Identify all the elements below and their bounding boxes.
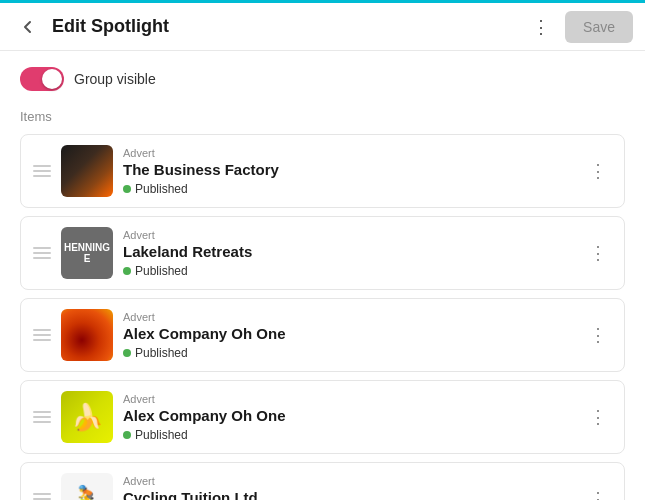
drag-line <box>33 247 51 249</box>
more-options-button[interactable]: ⋮ <box>525 11 557 43</box>
item-image: 🚴 <box>61 473 113 500</box>
status-label: Published <box>135 346 188 360</box>
save-button[interactable]: Save <box>565 11 633 43</box>
item-more-button[interactable]: ⋮ <box>584 321 612 349</box>
drag-line <box>33 257 51 259</box>
list-item: 🚴 Advert Cycling Tuition Ltd Published ⋮ <box>20 462 625 500</box>
item-name: Alex Company Oh One <box>123 325 574 342</box>
item-type: Advert <box>123 311 574 323</box>
app-container: Edit Spotlight ⋮ Save Group visible Item… <box>0 0 645 500</box>
list-item: HENNINGE Advert Lakeland Retreats Publis… <box>20 216 625 290</box>
top-bar: Edit Spotlight ⋮ Save <box>0 3 645 51</box>
drag-line <box>33 334 51 336</box>
item-info: Advert Alex Company Oh One Published <box>123 311 574 360</box>
item-image <box>61 309 113 361</box>
item-image <box>61 145 113 197</box>
item-info: Advert The Business Factory Published <box>123 147 574 196</box>
item-type: Advert <box>123 147 574 159</box>
status-label: Published <box>135 264 188 278</box>
item-type: Advert <box>123 393 574 405</box>
toggle-knob <box>42 69 62 89</box>
drag-line <box>33 329 51 331</box>
status-label: Published <box>135 182 188 196</box>
item-info: Advert Cycling Tuition Ltd Published <box>123 475 574 501</box>
drag-handle[interactable] <box>33 329 51 341</box>
status-dot <box>123 185 131 193</box>
item-more-button[interactable]: ⋮ <box>584 485 612 500</box>
page-title: Edit Spotlight <box>52 16 525 37</box>
drag-line <box>33 411 51 413</box>
item-info: Advert Lakeland Retreats Published <box>123 229 574 278</box>
item-more-button[interactable]: ⋮ <box>584 157 612 185</box>
item-name: The Business Factory <box>123 161 574 178</box>
item-name: Lakeland Retreats <box>123 243 574 260</box>
back-button[interactable] <box>12 11 44 43</box>
list-item: Advert The Business Factory Published ⋮ <box>20 134 625 208</box>
drag-line <box>33 165 51 167</box>
status-label: Published <box>135 428 188 442</box>
item-status: Published <box>123 428 574 442</box>
item-name: Cycling Tuition Ltd <box>123 489 574 501</box>
group-visible-row: Group visible <box>20 67 625 91</box>
drag-line <box>33 421 51 423</box>
item-status: Published <box>123 264 574 278</box>
drag-line <box>33 175 51 177</box>
drag-handle[interactable] <box>33 493 51 500</box>
item-status: Published <box>123 182 574 196</box>
items-section-label: Items <box>20 109 625 124</box>
drag-handle[interactable] <box>33 247 51 259</box>
item-name: Alex Company Oh One <box>123 407 574 424</box>
item-image: 🍌 <box>61 391 113 443</box>
item-type: Advert <box>123 229 574 241</box>
list-item: 🍌 Advert Alex Company Oh One Published ⋮ <box>20 380 625 454</box>
drag-handle[interactable] <box>33 411 51 423</box>
drag-line <box>33 252 51 254</box>
item-info: Advert Alex Company Oh One Published <box>123 393 574 442</box>
item-status: Published <box>123 346 574 360</box>
drag-line <box>33 339 51 341</box>
toggle-label: Group visible <box>74 71 156 87</box>
main-content: Group visible Items Advert The Business … <box>0 51 645 500</box>
item-more-button[interactable]: ⋮ <box>584 239 612 267</box>
drag-handle[interactable] <box>33 165 51 177</box>
drag-line <box>33 170 51 172</box>
status-dot <box>123 349 131 357</box>
status-dot <box>123 267 131 275</box>
group-visible-toggle[interactable] <box>20 67 64 91</box>
list-item: Advert Alex Company Oh One Published ⋮ <box>20 298 625 372</box>
item-type: Advert <box>123 475 574 487</box>
item-image: HENNINGE <box>61 227 113 279</box>
item-more-button[interactable]: ⋮ <box>584 403 612 431</box>
drag-line <box>33 493 51 495</box>
status-dot <box>123 431 131 439</box>
drag-line <box>33 416 51 418</box>
